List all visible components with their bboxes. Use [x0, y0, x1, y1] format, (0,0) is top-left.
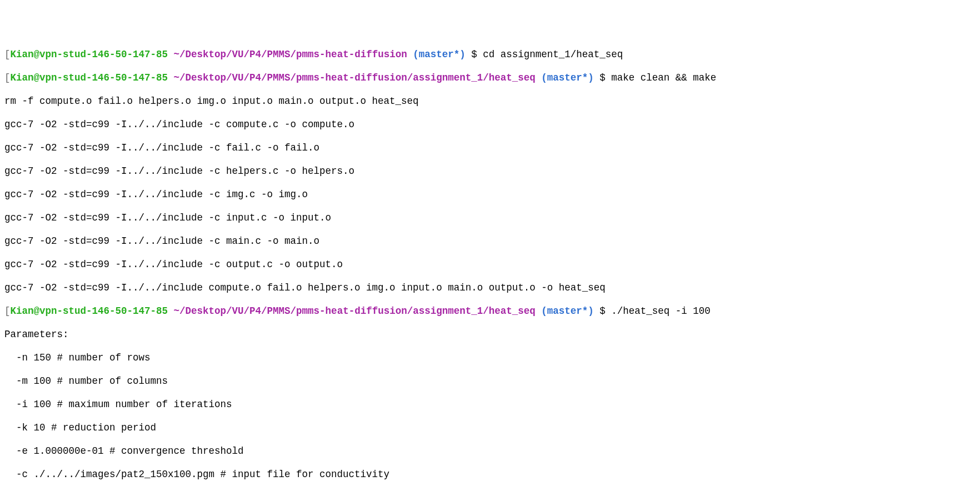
- user-host: Kian@vpn-stud-146-50-147-85: [11, 72, 168, 83]
- param-line: -c ./../../images/pat2_150x100.pgm # inp…: [4, 469, 976, 480]
- command-text[interactable]: ./heat_seq -i 100: [611, 305, 711, 317]
- make-output-line: gcc-7 -O2 -std=c99 -I../../include -c ou…: [4, 259, 976, 270]
- prompt-dollar: $: [594, 305, 612, 317]
- make-output-line: gcc-7 -O2 -std=c99 -I../../include -c he…: [4, 166, 976, 177]
- cwd-path: ~/Desktop/VU/P4/PMMS/pmms-heat-diffusion…: [174, 305, 536, 317]
- prompt-dollar: $: [466, 49, 483, 60]
- param-line: -k 10 # reduction period: [4, 422, 976, 434]
- prompt-dollar: $: [594, 72, 612, 83]
- cwd-path: ~/Desktop/VU/P4/PMMS/pmms-heat-diffusion: [174, 49, 407, 60]
- make-output-line: gcc-7 -O2 -std=c99 -I../../include -c fa…: [4, 142, 976, 154]
- param-line: -m 100 # number of columns: [4, 375, 976, 387]
- prompt-line-2: [Kian@vpn-stud-146-50-147-85 ~/Desktop/V…: [4, 72, 976, 84]
- user-host: Kian@vpn-stud-146-50-147-85: [11, 305, 168, 317]
- git-branch: (master*): [413, 49, 466, 60]
- param-line: -i 100 # maximum number of iterations: [4, 399, 976, 410]
- git-branch: (master*): [541, 72, 594, 83]
- user-host: Kian@vpn-stud-146-50-147-85: [11, 49, 168, 60]
- bracket-open: [: [4, 305, 11, 317]
- param-line: -e 1.000000e-01 # convergence threshold: [4, 445, 976, 457]
- bracket-open: [: [4, 49, 11, 60]
- cwd-path: ~/Desktop/VU/P4/PMMS/pmms-heat-diffusion…: [174, 72, 536, 83]
- make-output-line: gcc-7 -O2 -std=c99 -I../../include -c co…: [4, 119, 976, 131]
- make-output-line: gcc-7 -O2 -std=c99 -I../../include -c im…: [4, 189, 976, 201]
- make-output-line: rm -f compute.o fail.o helpers.o img.o i…: [4, 96, 976, 107]
- param-line: -n 150 # number of rows: [4, 352, 976, 364]
- make-output-line: gcc-7 -O2 -std=c99 -I../../include -c ma…: [4, 236, 976, 247]
- make-output-line: gcc-7 -O2 -std=c99 -I../../include -c in…: [4, 212, 976, 224]
- command-text[interactable]: cd assignment_1/heat_seq: [483, 49, 623, 60]
- prompt-line-3: [Kian@vpn-stud-146-50-147-85 ~/Desktop/V…: [4, 305, 976, 317]
- params-header: Parameters:: [4, 329, 976, 340]
- bracket-open: [: [4, 72, 11, 83]
- git-branch: (master*): [541, 305, 594, 317]
- prompt-line-1: [Kian@vpn-stud-146-50-147-85 ~/Desktop/V…: [4, 49, 976, 61]
- command-text[interactable]: make clean && make: [611, 72, 716, 83]
- make-output-line: gcc-7 -O2 -std=c99 -I../../include compu…: [4, 282, 976, 294]
